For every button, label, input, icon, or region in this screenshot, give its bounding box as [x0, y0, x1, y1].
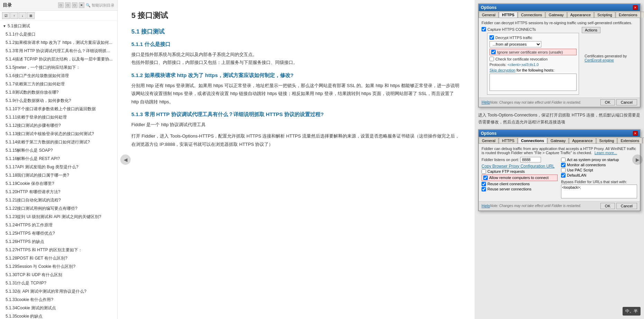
dialog2-close-btn[interactable]: ✕: [633, 131, 638, 136]
port-input[interactable]: [520, 157, 541, 162]
allow-remote-checkbox[interactable]: [483, 176, 488, 180]
dialog2-body: Fiddler can debug traffic from any appli…: [479, 144, 640, 201]
sidebar-tree-item[interactable]: 5.1.20HTTP 有哪些请求方法?: [0, 188, 117, 196]
tab-connections[interactable]: Connections: [518, 12, 545, 18]
tab-performance[interactable]: Performance: [641, 12, 644, 18]
sidebar-tree-item[interactable]: 5.1.17API 测试发现的 Bug 类型是什么?: [0, 163, 117, 171]
tab2-https[interactable]: HTTPS: [499, 138, 517, 143]
help-link-1[interactable]: Help: [482, 100, 490, 105]
sidebar-tree-item[interactable]: 5.1.22接口测试用例的编写要点有哪些?: [0, 204, 117, 213]
toolbar-btn-3[interactable]: ↓: [19, 12, 26, 19]
sidebar-tree-item[interactable]: 5.1.30TCP 和 UDP 有什么区别: [0, 271, 117, 279]
sidebar-tree-item[interactable]: 5.1.15解释什么是 SOAP?: [0, 146, 117, 154]
sidebar-section-51[interactable]: ▼ 5.1接口测试: [0, 22, 117, 30]
hosts-input-box[interactable]: [489, 74, 577, 91]
bypass-value: <loopback>;: [562, 186, 581, 189]
sidebar-tree-item[interactable]: 5.1.19Cookie 保存在哪里?: [0, 179, 117, 188]
tab-appearance[interactable]: Appearance: [567, 12, 594, 18]
sidebar-tree-item[interactable]: 5.1.13接口测试中核验登录状态的接口如何测试?: [0, 130, 117, 138]
tab2-performance[interactable]: Performance: [643, 138, 644, 143]
sidebar-tree-item[interactable]: 5.1.1什么是接口: [0, 30, 117, 38]
tab-gateway[interactable]: Gateway: [545, 12, 567, 18]
capture-https-checkbox[interactable]: [482, 27, 486, 31]
bypass-box[interactable]: <loopback>;: [561, 185, 637, 198]
main-content: ◀ 5 接口测试 5.1 接口测试 5.1.1 什么是接口 接口是指外部系统与系…: [118, 0, 475, 319]
act-proxy-checkbox[interactable]: [561, 158, 566, 162]
sidebar-tree-item[interactable]: 5.1.25HTTPS 有哪些优点?: [0, 229, 117, 237]
toolbar-btn-2[interactable]: ↑: [10, 12, 18, 19]
sidebar-tree-item[interactable]: 5.1.28POST 和 GET 有什么区别?: [0, 254, 117, 262]
tab2-gateway[interactable]: Gateway: [548, 138, 569, 143]
sidebar-controls: □ □ □ ✕ 🔍 智能识别目录: [58, 2, 114, 8]
use-pac-checkbox[interactable]: [561, 168, 566, 172]
decrypt-https-checkbox[interactable]: [489, 35, 494, 40]
actions-button[interactable]: Actions: [582, 27, 600, 33]
sidebar-tree-item[interactable]: 5.1.14依赖于第三方数据的接口如何进行测试?: [0, 138, 117, 146]
toolbar-btn-4[interactable]: ⊞: [27, 12, 35, 19]
tab2-extensions[interactable]: Extensions: [617, 138, 642, 143]
monitor-checkbox[interactable]: [561, 163, 566, 167]
sidebar-ctrl-btn-3[interactable]: □: [72, 2, 77, 8]
sidebar-tree-item[interactable]: 5.1.12接口测试的步骤有哪些?: [0, 121, 117, 130]
sidebar-tree-item[interactable]: 5.1.32在 API 测试中测试的常用协议是什么?: [0, 287, 117, 295]
sidebar-tree-item[interactable]: 5.1.33cookie 有什么作用?: [0, 295, 117, 304]
reuse-client-checkbox[interactable]: [482, 182, 486, 186]
cancel-btn-1[interactable]: Cancel: [616, 99, 637, 105]
ok-btn-2[interactable]: OK: [600, 203, 615, 209]
copy-url-link[interactable]: Copy Browser Proxy Configuration URL: [482, 164, 554, 169]
from-processes-select[interactable]: ...from all processes ...from browsers o…: [489, 41, 541, 47]
sidebar-tree-item[interactable]: 5.1.24HTTPS 的工作原理: [0, 221, 117, 229]
sidebar-tree-item[interactable]: 5.1.16解释什么是 REST API?: [0, 154, 117, 163]
tab2-general[interactable]: General: [479, 138, 498, 143]
tab-general[interactable]: General: [479, 12, 498, 18]
protocols-link[interactable]: <client>;ssl3;tls1.0: [507, 63, 539, 67]
sidebar-tree-item[interactable]: 5.1.5jmeter，一个接口的响应结果如下：: [0, 63, 117, 72]
default-lan-checkbox[interactable]: [561, 173, 566, 178]
ignore-cert-checkbox[interactable]: [491, 50, 496, 54]
clock-suffix: 。半: [629, 309, 638, 313]
sidebar-tree-item[interactable]: 5.1.7依赖第三方的接口如何处理: [0, 80, 117, 88]
sidebar-close-btn[interactable]: ✕: [79, 2, 84, 8]
sidebar-tree-item[interactable]: 5.1.35cookie 的缺点: [0, 312, 117, 319]
help-link-2[interactable]: Help: [482, 204, 490, 208]
sidebar-tree-item[interactable]: 5.1.4描述 TCP/IP 协议的层次结构，以及每一层中重要协...: [0, 55, 117, 63]
skip-link[interactable]: Skip decryption: [489, 68, 515, 72]
reuse-server-checkbox[interactable]: [482, 187, 486, 191]
sidebar-tree-item[interactable]: 5.1.23提到 UI 级别测试和 API 测试之间的关键区别?: [0, 213, 117, 221]
cancel-btn-2[interactable]: Cancel: [616, 203, 637, 209]
sidebar-tree-item[interactable]: 5.1.3常用 HTTP 协议调试代理工具有什么？详细说明抓...: [0, 47, 117, 55]
certenroll-link[interactable]: CertEnroll engine: [585, 58, 614, 62]
sidebar-ctrl-btn-2[interactable]: □: [65, 2, 71, 8]
check-revoke-checkbox[interactable]: [489, 57, 494, 61]
sidebar-tree-item[interactable]: 5.1.8测试数的数据你放在哪?: [0, 88, 117, 96]
sidebar-tree-item[interactable]: 5.1.31什么是 TCP/IP?: [0, 279, 117, 287]
tab2-connections[interactable]: Connections: [518, 138, 547, 143]
right-nav-arrow[interactable]: ▶: [632, 154, 643, 165]
sidebar-tree-item[interactable]: 5.1.27HTTPS 和 HTTP 的区别主要如下：: [0, 246, 117, 254]
sidebar-tree-item[interactable]: 5.1.18我们测试的接口属于哪一类?: [0, 171, 117, 179]
sidebar-tree-item[interactable]: 5.1.26HTTPS 的缺点: [0, 237, 117, 246]
sidebar-tree-item[interactable]: 5.1.34Cookie 测试的测试点: [0, 304, 117, 312]
sidebar-tree-item[interactable]: 5.1.10下个接口请求参数依赖上个接口的返回数据: [0, 105, 117, 113]
sidebar-tree-item[interactable]: 5.1.2如果模块请求 http 改为了 https，测试方案应该如何...: [0, 38, 117, 47]
learn-more-link[interactable]: Learn more...: [595, 151, 617, 155]
toolbar-btn-1[interactable]: ☑: [2, 12, 10, 19]
sidebar-tree-item[interactable]: 5.1.9什么是数据驱动，如何参数化?: [0, 96, 117, 105]
default-lan-label: DefaultLAN: [567, 173, 586, 177]
tab-https[interactable]: HTTPS: [499, 12, 517, 18]
sidebar-ctrl-btn-1[interactable]: □: [58, 2, 64, 8]
tab-extensions[interactable]: Extensions: [616, 12, 641, 18]
tab-scripting[interactable]: Scripting: [594, 12, 615, 18]
dialog1-close-btn[interactable]: ✕: [633, 5, 638, 10]
sidebar-tree-item[interactable]: 5.1.11依赖于登录的接口如何处理: [0, 113, 117, 121]
nav-left-arrow[interactable]: ◀: [120, 154, 131, 165]
sidebar-tree-item[interactable]: 5.1.21接口自动化测试的流程?: [0, 196, 117, 204]
sidebar-tree-item[interactable]: 5.1.29Session 与 Cookie 有什么区别?: [0, 262, 117, 271]
ok-btn-1[interactable]: OK: [600, 99, 615, 105]
tab2-scripting[interactable]: Scripting: [596, 138, 617, 143]
certs-info: Certificates generated by CertEnroll eng…: [585, 54, 637, 62]
sidebar-tree-item[interactable]: 5.1.6接口产生的垃圾数据如何清理: [0, 72, 117, 80]
capture-ftp-checkbox[interactable]: [482, 169, 486, 174]
smart-tag: 🔍 智能识别目录: [86, 3, 114, 8]
tab2-appearance[interactable]: Appearance: [569, 138, 596, 143]
